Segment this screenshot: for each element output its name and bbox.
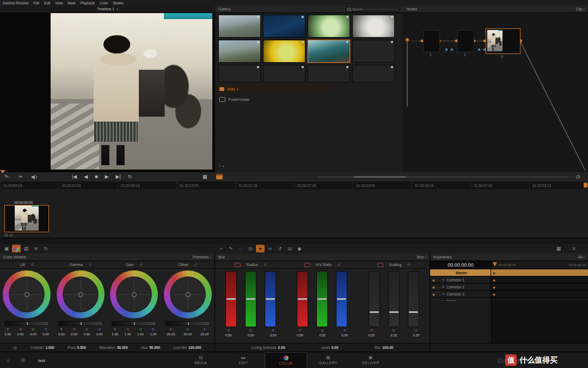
- gang-icon[interactable]: [235, 263, 241, 267]
- keyframe-track-corrector1[interactable]: ◆◦ ◦▸Corrector 1 ◆: [430, 276, 588, 283]
- offset-color-wheel[interactable]: [164, 270, 212, 318]
- hv-green-slider[interactable]: [316, 271, 328, 327]
- scaling-blue-slider[interactable]: [408, 271, 419, 327]
- gang-icon[interactable]: [377, 263, 383, 267]
- curves-icon[interactable]: ≈: [217, 245, 225, 252]
- node-mode-selector[interactable]: Clip ▾: [575, 7, 585, 11]
- stop-button[interactable]: ■: [95, 172, 97, 182]
- home-icon[interactable]: ⌂: [7, 357, 10, 363]
- still-slot-empty[interactable]: [308, 65, 350, 82]
- play-button[interactable]: ▶: [105, 172, 109, 182]
- gamma-color-wheel[interactable]: [57, 270, 105, 318]
- reset-icon[interactable]: ↺: [30, 263, 34, 267]
- stereo-icon[interactable]: ◆: [295, 245, 304, 252]
- sizing-icon[interactable]: ↺: [275, 245, 284, 252]
- still-thumbnail[interactable]: [263, 15, 305, 38]
- still-thumbnail[interactable]: [308, 15, 350, 38]
- gallery-search-input[interactable]: Search: [345, 7, 400, 12]
- last-frame-button[interactable]: ▶|: [116, 172, 121, 182]
- reset-icon[interactable]: ↺: [264, 263, 267, 267]
- gang-icon[interactable]: [304, 263, 310, 267]
- still-slot-empty[interactable]: [263, 65, 305, 82]
- timeline-scrollbar[interactable]: [318, 176, 569, 178]
- still-slot-empty[interactable]: [352, 40, 395, 63]
- still-thumbnail[interactable]: [218, 40, 261, 63]
- gain-master-wheel[interactable]: [112, 321, 156, 326]
- loop-button[interactable]: ↻: [128, 172, 132, 182]
- menu-view[interactable]: View: [55, 1, 63, 5]
- tracker-icon[interactable]: ◎: [246, 245, 255, 252]
- page-media[interactable]: ▤ MEDIA: [180, 352, 222, 368]
- menu-edit[interactable]: Edit: [44, 1, 50, 5]
- lift-color-wheel[interactable]: [3, 270, 51, 318]
- gallery-album-stills[interactable]: Stills 1: [215, 85, 328, 93]
- still-thumbnail-selected[interactable]: [308, 40, 350, 63]
- reset-icon[interactable]: ↺: [139, 263, 143, 267]
- reset-icon[interactable]: ↺: [407, 263, 410, 267]
- menu-playback[interactable]: Playback: [81, 1, 95, 5]
- radius-green-slider[interactable]: [245, 271, 256, 327]
- menu-app[interactable]: DaVinci Resolve: [3, 1, 29, 5]
- power-window-icon[interactable]: ◌: [236, 245, 245, 252]
- offset-master-wheel[interactable]: [166, 321, 210, 326]
- still-thumbnail[interactable]: [263, 40, 305, 63]
- keyframe-diamond[interactable]: ◆: [493, 278, 495, 282]
- motion-effects-icon[interactable]: ≋: [32, 245, 40, 252]
- camera-raw-icon[interactable]: ▣: [2, 245, 11, 252]
- keyframe-diamond[interactable]: ◆: [493, 271, 495, 275]
- lift-master-wheel[interactable]: [4, 321, 49, 326]
- first-frame-button[interactable]: |◀: [72, 172, 77, 182]
- blur-icon[interactable]: ●: [256, 245, 265, 252]
- radius-blue-slider[interactable]: [265, 271, 276, 327]
- keyframe-track-corrector3[interactable]: ◆◦ ◦▸Corrector 3 ◆: [430, 291, 588, 298]
- keyframe-track-master[interactable]: Master ◆: [430, 269, 588, 276]
- radius-red-slider[interactable]: [225, 271, 237, 327]
- gain-color-wheel[interactable]: [110, 270, 158, 318]
- color-wheels-icon[interactable]: [12, 245, 21, 252]
- hv-blue-slider[interactable]: [336, 271, 347, 327]
- page-color-active[interactable]: COLOR: [265, 352, 307, 368]
- still-slot-empty[interactable]: [218, 65, 261, 82]
- hv-red-slider[interactable]: [297, 271, 308, 327]
- still-thumbnail[interactable]: [218, 15, 261, 38]
- reset-icon[interactable]: ↺: [88, 263, 91, 267]
- menu-file[interactable]: File: [34, 1, 39, 5]
- settings-gear-icon[interactable]: ◎: [21, 357, 25, 363]
- key-icon[interactable]: ∞: [266, 245, 274, 252]
- settings-icon[interactable]: ◎: [13, 345, 17, 350]
- audio-mute-icon[interactable]: [32, 175, 38, 179]
- scaling-red-slider[interactable]: [369, 271, 380, 327]
- timeline-ruler[interactable]: 01:29:59:18 01:30:02:04 01:30:08:14 01:3…: [0, 182, 588, 190]
- still-slot-empty[interactable]: [352, 65, 395, 82]
- timeline-selector[interactable]: Timeline 1 ▾: [0, 5, 215, 13]
- keyframe-diamond[interactable]: ◆: [493, 292, 495, 296]
- reset-icon[interactable]: ↺: [338, 263, 341, 267]
- page-deliver[interactable]: ▣ DELIVER: [350, 352, 392, 368]
- 3d-icon[interactable]: 3D: [285, 245, 294, 252]
- node-3-selected[interactable]: [486, 28, 520, 54]
- lightbox-icon[interactable]: ▦: [203, 172, 207, 182]
- clock-icon[interactable]: ◷: [576, 172, 580, 182]
- menu-color[interactable]: Color: [100, 1, 108, 5]
- reset-icon[interactable]: ↺: [194, 263, 197, 267]
- ruler-playhead[interactable]: [584, 183, 587, 188]
- timeline-clip-selected[interactable]: [4, 205, 49, 232]
- split-icon[interactable]: ✂: [19, 172, 23, 182]
- node-2[interactable]: [457, 30, 474, 52]
- scaling-green-slider[interactable]: [388, 271, 400, 327]
- keyframes-mode-selector[interactable]: All ▾: [578, 255, 585, 259]
- refresh-icon[interactable]: ↻: [41, 245, 50, 252]
- rgb-mixer-icon[interactable]: ▤: [22, 245, 30, 252]
- keyframe-ruler[interactable]: 00:00:00:00 00:00:00:23: [492, 261, 588, 269]
- gallery-add-button[interactable]: + ▾: [218, 164, 224, 168]
- gamma-master-wheel[interactable]: [58, 321, 103, 326]
- keyframe-timeline-icon[interactable]: ▦: [554, 245, 563, 252]
- gallery-album-powergrade[interactable]: PowerGrade: [215, 95, 328, 104]
- wheels-mode-selector[interactable]: Primaries ▾: [193, 255, 211, 259]
- still-thumbnail[interactable]: [352, 15, 395, 38]
- keyframe-diamond[interactable]: ◆: [493, 285, 495, 289]
- blur-mode-selector[interactable]: Blur ▾: [417, 255, 426, 259]
- keyframe-track-corrector2[interactable]: ◆◦ ◦▸Corrector 2 ◆: [430, 283, 588, 291]
- play-reverse-button[interactable]: ◀: [84, 172, 88, 182]
- viewer-image[interactable]: [51, 13, 212, 170]
